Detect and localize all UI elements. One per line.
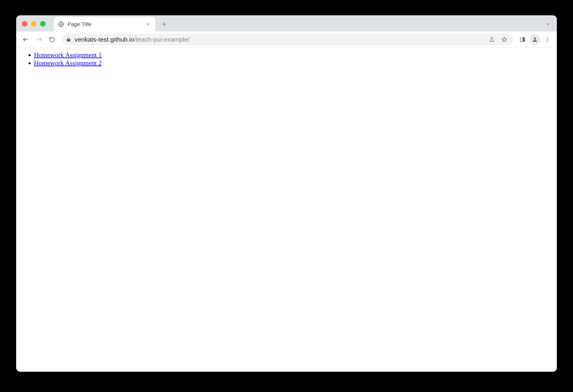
toolbar-right xyxy=(517,34,553,45)
arrow-right-icon xyxy=(36,36,42,43)
url-path: /teach-pui-example/ xyxy=(134,36,190,43)
bookmark-button[interactable] xyxy=(500,35,509,44)
list-item: Homework Assignment 2 xyxy=(34,59,554,67)
profile-button[interactable] xyxy=(530,34,540,45)
back-button[interactable] xyxy=(20,34,32,45)
plus-icon xyxy=(161,21,167,27)
lock-icon xyxy=(66,37,71,42)
window-close-button[interactable] xyxy=(22,21,27,27)
chevron-down-icon xyxy=(545,21,551,27)
page-viewport[interactable]: Homework Assignment 1 Homework Assignmen… xyxy=(16,48,557,372)
menu-button[interactable] xyxy=(541,34,553,45)
url-host: venkats-test.github.io xyxy=(74,36,134,43)
new-tab-button[interactable] xyxy=(159,19,170,30)
homework-link-2[interactable]: Homework Assignment 2 xyxy=(34,59,102,67)
forward-button[interactable] xyxy=(33,34,45,45)
tab-strip: Page Title xyxy=(16,15,557,32)
kebab-menu-icon xyxy=(544,37,550,42)
window-controls xyxy=(22,21,46,27)
svg-point-5 xyxy=(547,39,548,40)
reload-button[interactable] xyxy=(46,34,58,45)
reload-icon xyxy=(49,36,55,43)
svg-point-4 xyxy=(547,37,548,38)
address-bar[interactable]: venkats-test.github.io/teach-pui-example… xyxy=(62,34,513,46)
toolbar: venkats-test.github.io/teach-pui-example… xyxy=(16,32,557,48)
arrow-left-icon xyxy=(22,36,29,43)
share-icon xyxy=(489,37,495,42)
url-text: venkats-test.github.io/teach-pui-example… xyxy=(74,36,484,43)
svg-point-3 xyxy=(534,37,536,39)
share-button[interactable] xyxy=(487,35,496,44)
side-panel-button[interactable] xyxy=(517,34,528,45)
svg-rect-2 xyxy=(523,37,524,41)
star-icon xyxy=(501,36,507,43)
browser-tab[interactable]: Page Title xyxy=(54,17,155,32)
tabs-dropdown-button[interactable] xyxy=(544,20,552,28)
side-panel-icon xyxy=(519,36,526,43)
svg-point-6 xyxy=(547,41,548,42)
window-minimize-button[interactable] xyxy=(31,21,36,27)
homework-list: Homework Assignment 1 Homework Assignmen… xyxy=(19,51,554,67)
tab-close-button[interactable] xyxy=(144,21,151,27)
browser-window: Page Title xyxy=(16,15,557,372)
close-icon xyxy=(146,22,150,26)
list-item: Homework Assignment 1 xyxy=(34,51,554,59)
homework-link-1[interactable]: Homework Assignment 1 xyxy=(34,51,102,59)
person-icon xyxy=(532,36,538,43)
window-maximize-button[interactable] xyxy=(40,21,46,27)
globe-icon xyxy=(58,21,65,28)
tab-title: Page Title xyxy=(68,21,144,28)
page-body: Homework Assignment 1 Homework Assignmen… xyxy=(16,48,557,70)
